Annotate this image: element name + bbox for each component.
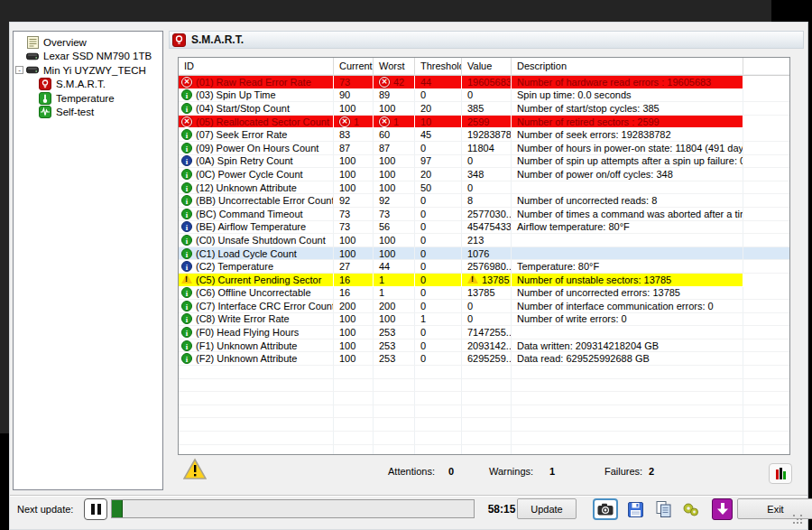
column-header-description[interactable]: Description <box>512 58 743 75</box>
tree-item-s-m-a-r-t-[interactable]: S.M.A.R.T. <box>39 78 161 92</box>
warning-icon <box>181 274 192 284</box>
table-row[interactable]: (09) Power On Hours Count8787011804Numbe… <box>179 142 789 155</box>
tree-item-overview[interactable]: Overview <box>26 35 161 50</box>
table-row[interactable]: (BC) Command Timeout737302577030...Numbe… <box>179 208 789 221</box>
info-icon-green <box>181 195 192 206</box>
attribute-id-cell: (C7) Interface CRC Error Count <box>179 300 334 313</box>
tree-expander[interactable]: - <box>15 66 23 74</box>
info-icon-green <box>181 89 192 100</box>
column-header-threshold[interactable]: Threshold <box>415 58 462 75</box>
fail-icon <box>181 77 192 88</box>
info-icon-green <box>181 143 192 153</box>
smart-icon <box>172 33 186 47</box>
update-button[interactable]: Update <box>517 498 577 519</box>
column-header-current[interactable]: Current <box>334 58 374 75</box>
column-header-worst[interactable]: Worst <box>374 58 415 75</box>
attribute-id-cell: (F2) Unknown Attribute <box>179 352 334 366</box>
attribute-id-cell: (09) Power On Hours Count <box>179 142 334 155</box>
gears-icon <box>682 502 700 517</box>
table-row[interactable]: (F1) Unknown Attribute10025302093142...D… <box>179 339 789 353</box>
table-row[interactable]: (BB) Uncorrectable Error Count929208Numb… <box>179 194 789 208</box>
copy-icon <box>656 501 671 517</box>
download-button[interactable] <box>712 498 733 520</box>
info-icon-blue <box>181 261 192 272</box>
warning-icon <box>467 274 478 284</box>
table-body: (01) Raw Read Error Rate73424419605683Nu… <box>179 76 789 455</box>
attribute-id-cell: (0C) Power Cycle Count <box>179 168 334 181</box>
info-icon-green <box>181 313 192 324</box>
table-row[interactable]: (BE) Airflow Temperature73560454754331Ai… <box>179 221 789 235</box>
table-row[interactable]: (03) Spin Up Time908900Spin up time: 0.0… <box>179 89 789 103</box>
attribute-id-cell: (C6) Offline Uncorrectable <box>179 287 334 301</box>
progress-fill <box>112 500 123 517</box>
empty-row <box>179 418 789 432</box>
table-row[interactable]: (C1) Load Cycle Count10010001076 <box>179 247 789 261</box>
tree-item-temperature[interactable]: Temperature <box>39 91 161 106</box>
resize-grip-icon[interactable] <box>793 515 804 525</box>
table-row[interactable]: (C2) Temperature274402576980...Temperatu… <box>179 260 789 274</box>
attribute-id-cell: (12) Unknown Attribute <box>179 181 334 195</box>
table-row[interactable]: (04) Start/Stop Count10010020385Number o… <box>179 102 789 116</box>
pause-icon <box>91 504 95 515</box>
attribute-id-cell: (F0) Head Flying Hours <box>179 326 334 339</box>
table-row[interactable]: (F0) Head Flying Hours10025307147255... <box>179 326 789 339</box>
info-icon-green <box>181 301 192 311</box>
table-row[interactable]: (0A) Spin Retry Count100100970Number of … <box>179 155 789 169</box>
info-icon-green <box>181 129 192 140</box>
info-icon-green <box>181 169 192 180</box>
table-row[interactable]: (F2) Unknown Attribute10025306295259...D… <box>179 352 789 366</box>
column-header-id[interactable]: ID <box>179 58 334 75</box>
info-icon-green <box>181 340 192 351</box>
column-header-filler <box>743 58 789 75</box>
panel-header: S.M.A.R.T. <box>169 31 804 49</box>
tree-item-label: S.M.A.R.T. <box>56 79 106 89</box>
table-row[interactable]: (07) Seek Error Rate836045192838782Numbe… <box>179 128 789 142</box>
countdown-timer: 58:15 <box>483 503 521 516</box>
save-icon <box>628 502 643 517</box>
pause-button[interactable] <box>84 498 107 520</box>
attribute-id-cell: (C1) Load Cycle Count <box>179 247 334 261</box>
table-row[interactable]: (C6) Offline Uncorrectable161013785Numbe… <box>179 287 789 301</box>
smart-attributes-table: IDCurrentWorstThresholdValueDescription … <box>178 57 790 455</box>
smart-icon <box>39 78 51 90</box>
empty-row <box>179 405 789 419</box>
table-row[interactable]: (C5) Current Pending Sector161013785Numb… <box>179 274 789 287</box>
attribute-id-cell: (04) Start/Stop Count <box>179 102 334 116</box>
attribute-id-cell: (05) Reallocated Sector Count <box>179 116 334 129</box>
screenshot-button[interactable] <box>593 498 618 520</box>
attribute-id-cell: (0A) Spin Retry Count <box>179 155 334 169</box>
report-button[interactable] <box>769 463 792 484</box>
tree-item-lexar-ssd-nm790-1tb[interactable]: Lexar SSD NM790 1TB <box>26 50 161 64</box>
table-row[interactable]: (C7) Interface CRC Error Count20020000Nu… <box>179 300 789 313</box>
bottom-divider <box>10 495 807 497</box>
device-tree: OverviewLexar SSD NM790 1TB-Min Yi UYZWY… <box>13 31 163 490</box>
column-header-value[interactable]: Value <box>462 58 512 75</box>
attribute-id-cell: (BE) Airflow Temperature <box>179 221 334 235</box>
attribute-id-cell: (C5) Current Pending Sector <box>179 274 334 287</box>
settings-button[interactable] <box>678 498 704 520</box>
info-icon-green <box>181 182 192 193</box>
table-row[interactable]: (12) Unknown Attribute100100500 <box>179 181 789 195</box>
next-update-label: Next update: <box>17 504 73 515</box>
tree-item-label: Temperature <box>56 93 115 104</box>
table-row[interactable]: (C8) Write Error Rate10010010Number of w… <box>179 313 789 327</box>
info-icon-green <box>181 327 192 338</box>
tree-item-label: Lexar SSD NM790 1TB <box>43 51 152 61</box>
table-row[interactable]: (01) Raw Read Error Rate73424419605683Nu… <box>179 76 789 89</box>
fail-icon <box>181 116 192 127</box>
attribute-id-cell: (F1) Unknown Attribute <box>179 339 334 353</box>
empty-row <box>179 379 789 393</box>
tree-item-min-yi-uyzwy-tech[interactable]: -Min Yi UYZWY_TECH <box>26 63 161 78</box>
save-button[interactable] <box>623 498 648 520</box>
table-row[interactable]: (0C) Power Cycle Count10010020348Number … <box>179 168 789 181</box>
info-icon-green <box>181 235 192 246</box>
tree-item-label: Min Yi UYZWY_TECH <box>43 65 146 76</box>
attribute-id-cell: (C8) Write Error Rate <box>179 313 334 327</box>
table-row[interactable]: (C0) Unsafe Shutdown Count1001000213 <box>179 234 789 247</box>
fail-icon <box>379 116 390 127</box>
tree-item-self-test[interactable]: Self-test <box>39 106 161 120</box>
table-row[interactable]: (05) Reallocated Sector Count11102599Num… <box>179 116 789 129</box>
attribute-id-cell: (07) Seek Error Rate <box>179 128 334 142</box>
copy-button[interactable] <box>651 498 676 520</box>
fail-icon <box>339 116 350 127</box>
